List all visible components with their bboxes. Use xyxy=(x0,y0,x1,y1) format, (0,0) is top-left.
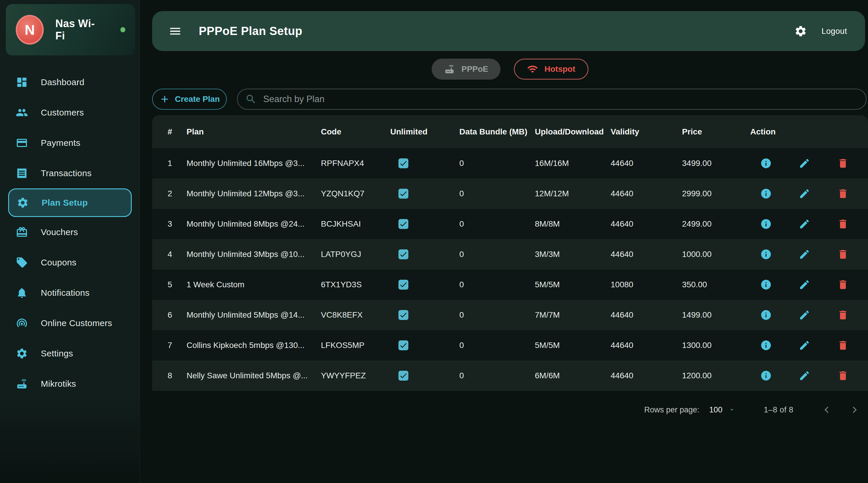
cell-num: 1 xyxy=(152,159,187,168)
edit-icon[interactable] xyxy=(799,309,810,321)
edit-icon[interactable] xyxy=(799,218,810,230)
header-bar: PPPoE Plan Setup Logout xyxy=(152,11,865,51)
unlimited-checkbox[interactable] xyxy=(398,371,408,380)
info-icon[interactable] xyxy=(760,188,772,199)
unlimited-checkbox[interactable] xyxy=(398,159,408,168)
sidebar-item-payments[interactable]: Payments xyxy=(0,128,140,158)
cell-code: 6TX1YD3S xyxy=(321,280,390,289)
check-icon xyxy=(399,280,408,289)
rows-per-page-select[interactable]: 100 xyxy=(709,405,736,415)
tab-hotspot[interactable]: Hotspot xyxy=(514,59,588,80)
settings-gear-icon[interactable] xyxy=(794,25,807,38)
info-icon[interactable] xyxy=(760,279,772,290)
delete-icon[interactable] xyxy=(837,218,849,230)
avatar-initial: N xyxy=(25,22,35,38)
delete-icon[interactable] xyxy=(837,279,849,290)
info-icon[interactable] xyxy=(760,370,772,381)
table-body: 1 Monthly Unlimited 16Mbps @3... RPFNAPX… xyxy=(152,148,868,391)
delete-icon[interactable] xyxy=(837,309,849,321)
edit-icon[interactable] xyxy=(799,340,810,351)
unlimited-checkbox[interactable] xyxy=(398,219,408,229)
search-input[interactable] xyxy=(263,94,858,105)
cell-price: 350.00 xyxy=(682,280,750,289)
unlimited-checkbox[interactable] xyxy=(398,249,408,259)
edit-icon[interactable] xyxy=(799,249,810,260)
cell-actions xyxy=(750,249,868,260)
sidebar-item-mikrotiks[interactable]: Mikrotiks xyxy=(0,369,140,399)
bell-icon xyxy=(16,287,28,299)
cell-plan: Monthly Unlimited 12Mbps @3... xyxy=(187,189,321,198)
sidebar: N Nas Wi-Fi Dashboard Customers Payments… xyxy=(0,0,140,483)
cell-code: VC8K8EFX xyxy=(321,310,390,320)
cell-upload-download: 8M/8M xyxy=(535,219,611,229)
check-icon xyxy=(399,341,408,350)
info-icon[interactable] xyxy=(760,158,772,169)
unlimited-checkbox[interactable] xyxy=(398,189,408,199)
mode-tabs: PPPoE Hotspot xyxy=(152,59,868,80)
edit-icon[interactable] xyxy=(799,279,810,290)
brand-name: Nas Wi-Fi xyxy=(55,18,101,42)
info-icon[interactable] xyxy=(760,309,772,321)
col-upload-download: Upload/Download xyxy=(535,127,611,137)
cell-data-bundle: 0 xyxy=(459,189,535,198)
tab-pppoe[interactable]: PPPoE xyxy=(432,59,500,80)
cell-plan: Monthly Unlimited 5Mbps @14... xyxy=(187,310,321,320)
edit-icon[interactable] xyxy=(799,370,810,381)
check-icon xyxy=(399,159,408,168)
sidebar-item-transactions[interactable]: Transactions xyxy=(0,158,140,189)
rows-per-page-label: Rows per page: xyxy=(644,405,699,415)
unlimited-checkbox[interactable] xyxy=(398,280,408,290)
col-code: Code xyxy=(321,127,390,137)
table-row: 3 Monthly Unlimited 8Mbps @24... BCJKHSA… xyxy=(152,209,868,239)
cell-unlimited xyxy=(390,159,459,168)
col-unlimited: Unlimited xyxy=(390,127,459,137)
cell-upload-download: 16M/16M xyxy=(535,159,611,168)
info-icon[interactable] xyxy=(760,249,772,260)
cell-unlimited xyxy=(390,219,459,229)
table-row: 2 Monthly Unlimited 12Mbps @3... YZQN1KQ… xyxy=(152,178,868,209)
edit-icon[interactable] xyxy=(799,188,810,199)
sidebar-item-online-customers[interactable]: Online Customers xyxy=(0,308,140,338)
sidebar-item-customers[interactable]: Customers xyxy=(0,97,140,128)
sidebar-item-settings[interactable]: Settings xyxy=(0,338,140,369)
cell-code: LFKOS5MP xyxy=(321,341,390,350)
cell-plan: Collins Kipkoech 5mbps @130... xyxy=(187,341,321,350)
delete-icon[interactable] xyxy=(837,158,849,169)
create-plan-button[interactable]: Create Plan xyxy=(152,89,227,110)
cell-data-bundle: 0 xyxy=(459,219,535,229)
cell-upload-download: 3M/3M xyxy=(535,250,611,259)
info-icon[interactable] xyxy=(760,340,772,351)
info-icon[interactable] xyxy=(760,218,772,230)
cell-num: 6 xyxy=(152,310,187,320)
sidebar-item-vouchers[interactable]: Vouchers xyxy=(0,217,140,247)
edit-icon[interactable] xyxy=(799,158,810,169)
sidebar-item-label: Coupons xyxy=(41,258,76,267)
sidebar-item-label: Notifications xyxy=(41,288,90,298)
table-row: 7 Collins Kipkoech 5mbps @130... LFKOS5M… xyxy=(152,330,868,361)
logout-button[interactable]: Logout xyxy=(822,27,847,36)
sidebar-item-dashboard[interactable]: Dashboard xyxy=(0,67,140,97)
rows-per-page-value: 100 xyxy=(709,405,722,415)
page-range-label: 1–8 of 8 xyxy=(764,405,794,415)
previous-page-button[interactable] xyxy=(820,403,833,416)
cell-plan: Monthly Unlimited 8Mbps @24... xyxy=(187,219,321,229)
sidebar-item-plan-setup[interactable]: Plan Setup xyxy=(8,189,132,217)
unlimited-checkbox[interactable] xyxy=(398,310,408,320)
delete-icon[interactable] xyxy=(837,249,849,260)
unlimited-checkbox[interactable] xyxy=(398,340,408,350)
delete-icon[interactable] xyxy=(837,340,849,351)
delete-icon[interactable] xyxy=(837,370,849,381)
cell-actions xyxy=(750,340,868,351)
sidebar-nav: Dashboard Customers Payments Transaction… xyxy=(0,67,140,399)
next-page-button[interactable] xyxy=(848,403,861,416)
cell-upload-download: 7M/7M xyxy=(535,310,611,320)
delete-icon[interactable] xyxy=(837,188,849,199)
col-num: # xyxy=(152,127,187,137)
sidebar-item-coupons[interactable]: Coupons xyxy=(0,247,140,278)
col-price: Price xyxy=(682,127,750,137)
menu-icon[interactable] xyxy=(168,25,182,38)
sidebar-item-notifications[interactable]: Notifications xyxy=(0,278,140,308)
cell-num: 3 xyxy=(152,219,187,229)
router-icon xyxy=(444,64,455,75)
avatar: N xyxy=(16,15,44,45)
